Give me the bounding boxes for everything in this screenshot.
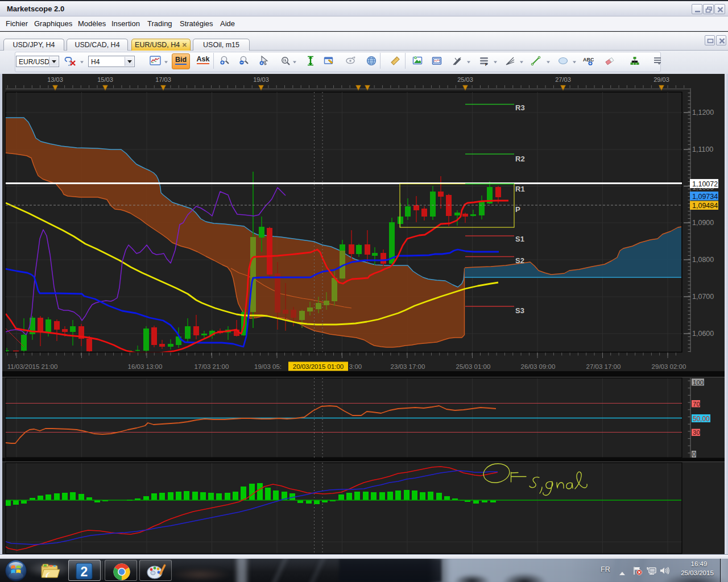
svg-text:29/03: 29/03 (653, 76, 669, 83)
svg-text:F: F (485, 63, 488, 66)
svg-text:29/03 02:00: 29/03 02:00 (652, 363, 686, 370)
svg-text:16/03 13:00: 16/03 13:00 (128, 363, 163, 370)
svg-text:19/03 05:: 19/03 05: (254, 363, 282, 370)
svg-text:26/03 09:00: 26/03 09:00 (521, 363, 556, 370)
svg-text:30: 30 (693, 429, 700, 436)
svg-text:19/03: 19/03 (253, 76, 269, 83)
svg-text:1,1100: 1,1100 (692, 146, 713, 153)
svg-text:ABC: ABC (583, 57, 594, 63)
svg-text:3:00: 3:00 (349, 363, 362, 370)
svg-text:1,10072: 1,10072 (692, 180, 718, 188)
svg-text:70: 70 (693, 401, 700, 408)
svg-text:50,00: 50,00 (693, 415, 710, 423)
svg-text:25/03 01:00: 25/03 01:00 (456, 363, 491, 370)
svg-text:1,09484: 1,09484 (692, 202, 718, 210)
svg-text:1,1200: 1,1200 (692, 109, 714, 117)
svg-text:25/03: 25/03 (457, 76, 473, 83)
svg-text:S3: S3 (515, 306, 524, 315)
svg-text:100: 100 (693, 379, 704, 386)
svg-text:20/03/2015 01:00: 20/03/2015 01:00 (293, 363, 344, 370)
svg-text:1,0700: 1,0700 (692, 293, 714, 301)
svg-text:1,0900: 1,0900 (692, 219, 714, 227)
svg-text:1,0600: 1,0600 (692, 330, 714, 338)
svg-text:P: P (515, 205, 520, 214)
svg-text:1,09734: 1,09734 (692, 193, 718, 201)
svg-text:17/03 21:00: 17/03 21:00 (195, 363, 229, 370)
svg-text:27/03: 27/03 (555, 76, 571, 83)
svg-text:R2: R2 (515, 155, 525, 163)
svg-text:17/03: 17/03 (155, 76, 171, 83)
svg-text:15/03: 15/03 (97, 76, 113, 83)
svg-text:0: 0 (692, 451, 696, 458)
svg-text:1,0800: 1,0800 (692, 256, 714, 264)
svg-text:S2: S2 (515, 256, 524, 265)
svg-text:R3: R3 (515, 103, 525, 112)
svg-text:2: 2 (81, 564, 88, 579)
svg-text:S1: S1 (515, 235, 524, 243)
svg-text:11/03/2015 21:00: 11/03/2015 21:00 (7, 363, 58, 370)
svg-text:27/03 17:00: 27/03 17:00 (586, 363, 621, 370)
svg-text:R1: R1 (515, 185, 525, 193)
svg-text:13/03: 13/03 (47, 76, 63, 83)
svg-text:23/03 17:00: 23/03 17:00 (391, 363, 425, 370)
